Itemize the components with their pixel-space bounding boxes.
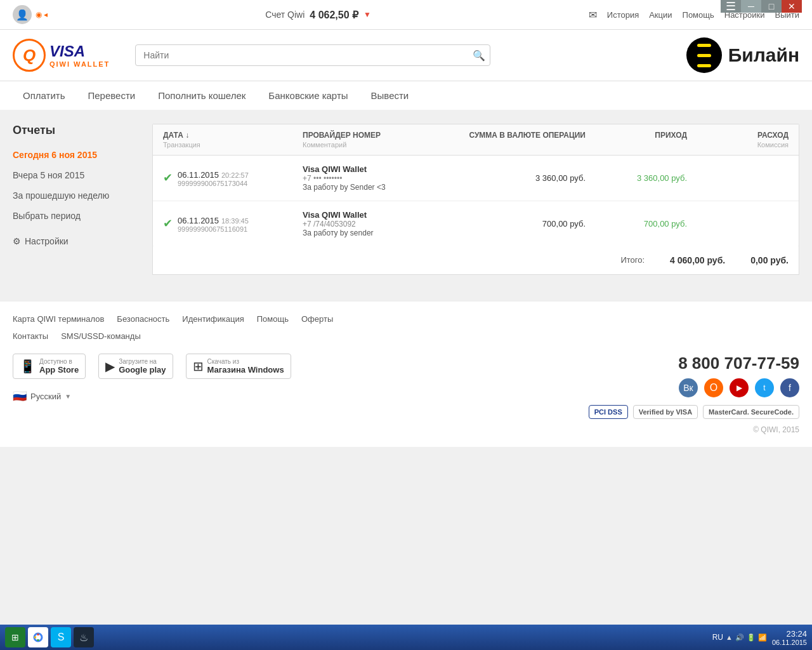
windows-main-text: Магазина Windows [207, 365, 284, 375]
search-area: 🔍 [135, 44, 660, 66]
provider-number: +7 ••• ••••••• [303, 174, 459, 183]
mastercard-badge: MasterCard. SecureCode. [703, 405, 799, 419]
table-header: ДАТА ↓ Транзакция ПРОВАЙДЕР НОМЕР Коммен… [153, 124, 799, 156]
balance-arrow-icon[interactable]: ▼ [363, 10, 371, 19]
account-balance: 4 062,50 ₽ [310, 9, 358, 21]
table-row: ✔ 06.11.2015 20:22:57 999999900675173044… [153, 156, 799, 201]
footer-lang: 🇷🇺 Русский ▼ [13, 389, 291, 403]
col-provider-header: ПРОВАЙДЕР НОМЕР Комментарий [303, 131, 459, 149]
footer-right-col: 8 800 707-77-59 Вк О ▶ t f PCI DSS Verif… [589, 354, 799, 434]
sidebar-title: Отчеты [13, 124, 140, 137]
provider-name: Visa QIWI Wallet [303, 210, 459, 220]
app-links: 📱 Доступно в App Store ▶ Загрузите на Go… [13, 354, 291, 379]
search-button[interactable]: 🔍 [473, 50, 485, 62]
help-link[interactable]: Помощь [683, 10, 714, 20]
windows-icon: ⊞ [193, 359, 204, 374]
youtube-icon[interactable]: ▶ [730, 378, 749, 397]
vk-icon[interactable]: Вк [679, 378, 698, 397]
social-icons: Вк О ▶ t f [589, 378, 799, 397]
copyright: © QIWI, 2015 [589, 425, 799, 434]
nav-withdraw[interactable]: Вывести [361, 81, 419, 110]
provider-number: +7 /74/4053092 [303, 220, 459, 229]
total-expense: 0,00 руб. [750, 255, 789, 265]
transaction-id: 999999900675173044 [178, 180, 249, 187]
totals-section: Итого: 4 060,00 руб. 0,00 руб. [152, 246, 799, 275]
appstore-main-text: App Store [39, 365, 79, 375]
nav-pay[interactable]: Оплатить [13, 81, 75, 110]
main-content: ДАТА ↓ Транзакция ПРОВАЙДЕР НОМЕР Коммен… [152, 124, 799, 275]
date-main: 06.11.2015 [178, 170, 219, 180]
beeline-text: Билайн [728, 44, 799, 66]
provider-cell: Visa QIWI Wallet +7 ••• ••••••• За работ… [303, 164, 459, 192]
col-income-header: ПРИХОД [586, 131, 687, 149]
payment-badges: PCI DSS Verified by VISA MasterCard. Sec… [589, 405, 799, 419]
status-check-icon: ✔ [163, 216, 173, 230]
sidebar-item-custom[interactable]: Выбрать период [13, 206, 140, 226]
top-bar: 👤 ◉ ◂ Счет Qiwi 4 062,50 ₽ ▼ ✉ История А… [0, 0, 812, 30]
windows-store-link[interactable]: ⊞ Скачать из Магазина Windows [186, 354, 291, 379]
nav-topup[interactable]: Пополнить кошелек [148, 81, 256, 110]
date-time: 18:39:45 [221, 217, 249, 225]
googleplay-link[interactable]: ▶ Загрузите на Google play [98, 354, 173, 379]
sidebar: Отчеты Сегодня 6 ноя 2015 Вчера 5 ноя 20… [13, 124, 140, 275]
footer-link-identification[interactable]: Идентификация [182, 314, 244, 324]
transaction-id: 999999900675116091 [178, 225, 249, 233]
window-menu-btn[interactable]: ☰ [721, 0, 741, 13]
provider-cell: Visa QIWI Wallet +7 /74/4053092 За работ… [303, 210, 459, 237]
col-amount-header: СУММА В ВАЛЮТЕ ОПЕРАЦИИ [459, 131, 586, 149]
window-maximize-btn[interactable]: □ [761, 0, 782, 13]
search-input[interactable] [135, 44, 490, 66]
footer-link-sms[interactable]: SMS/USSD-команды [61, 331, 141, 341]
content-wrapper: Отчеты Сегодня 6 ноя 2015 Вчера 5 ноя 20… [0, 111, 812, 288]
amount-cell: 3 360,00 руб. [459, 173, 586, 183]
lang-arrow-icon[interactable]: ▼ [65, 393, 71, 400]
odnoklassniki-icon[interactable]: О [704, 378, 723, 397]
appstore-link[interactable]: 📱 Доступно в App Store [13, 354, 86, 379]
report-table: ДАТА ↓ Транзакция ПРОВАЙДЕР НОМЕР Коммен… [152, 124, 799, 247]
mail-icon[interactable]: ✉ [589, 9, 597, 21]
footer-link-contacts[interactable]: Контакты [13, 331, 48, 341]
sidebar-item-today[interactable]: Сегодня 6 ноя 2015 [13, 145, 140, 165]
googleplay-icon: ▶ [105, 359, 115, 374]
footer-link-map[interactable]: Карта QIWI терминалов [13, 314, 104, 324]
appstore-icon: 📱 [20, 359, 36, 374]
sidebar-settings[interactable]: ⚙ Настройки [13, 231, 140, 251]
footer-link-help[interactable]: Помощь [257, 314, 289, 324]
promotions-link[interactable]: Акции [649, 10, 672, 20]
nav-transfer[interactable]: Перевести [78, 81, 146, 110]
window-close-btn[interactable]: ✕ [782, 0, 802, 13]
income-cell: 3 360,00 руб. [586, 173, 687, 183]
status-check-icon: ✔ [163, 171, 173, 185]
total-label: Итого: [620, 255, 645, 265]
beeline-logo: Билайн [686, 37, 799, 73]
header: Q VISA QIWI WALLET 🔍 Билайн [0, 30, 812, 81]
lang-text: Русский [30, 392, 61, 401]
beeline-bee-icon [686, 37, 722, 73]
visa-text: VISA [49, 43, 110, 60]
footer-links2: Контакты SMS/USSD-команды [13, 331, 799, 341]
income-cell: 700,00 руб. [586, 219, 687, 229]
table-row: ✔ 06.11.2015 18:39:45 999999900675116091… [153, 201, 799, 246]
footer-bottom: 📱 Доступно в App Store ▶ Загрузите на Go… [13, 354, 799, 434]
history-link[interactable]: История [607, 10, 639, 20]
footer-links: Карта QIWI терминалов Безопасность Идент… [13, 314, 799, 324]
user-avatar[interactable]: 👤 [13, 5, 32, 24]
logo[interactable]: Q VISA QIWI WALLET [13, 39, 110, 72]
date-cell: ✔ 06.11.2015 20:22:57 999999900675173044 [163, 169, 303, 187]
provider-comment: За работу by sender [303, 229, 459, 237]
date-cell: ✔ 06.11.2015 18:39:45 999999900675116091 [163, 215, 303, 233]
facebook-icon[interactable]: f [780, 378, 799, 397]
amount-cell: 700,00 руб. [459, 219, 586, 229]
footer-link-security[interactable]: Безопасность [117, 314, 169, 324]
total-income: 4 060,00 руб. [670, 255, 725, 265]
sidebar-item-yesterday[interactable]: Вчера 5 ноя 2015 [13, 165, 140, 185]
footer-link-offers[interactable]: Оферты [301, 314, 333, 324]
nav-bank-cards[interactable]: Банковские карты [258, 81, 358, 110]
sidebar-item-last-week[interactable]: За прошедшую неделю [13, 185, 140, 206]
sidebar-settings-label: Настройки [25, 236, 69, 246]
provider-name: Visa QIWI Wallet [303, 164, 459, 174]
col-expense-header: РАСХОД Комиссия [687, 131, 789, 149]
main-nav: Оплатить Перевести Пополнить кошелек Бан… [0, 81, 812, 111]
twitter-icon[interactable]: t [755, 378, 774, 397]
window-minimize-btn[interactable]: ─ [741, 0, 761, 13]
